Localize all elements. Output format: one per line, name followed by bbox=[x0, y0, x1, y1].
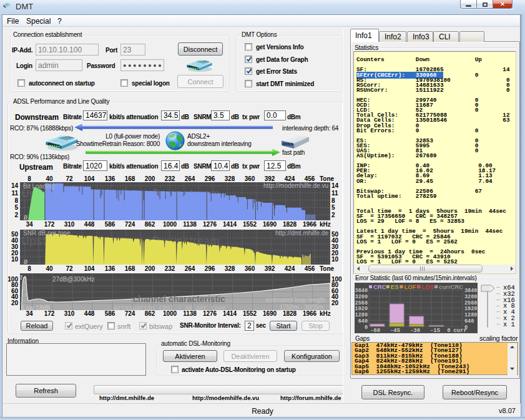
svg-text:27dB@300kHz: 27dB@300kHz bbox=[52, 275, 94, 282]
svg-text:curr: curr bbox=[453, 328, 467, 334]
svg-text:estimated loop length: estimated loop length bbox=[266, 296, 325, 303]
svg-text:http://dmt.mhilfe.de: http://dmt.mhilfe.de bbox=[275, 230, 328, 237]
svg-text:2560: 2560 bbox=[464, 300, 477, 306]
svg-text:Ø: Ø bbox=[20, 274, 22, 281]
svg-text:-30: -30 bbox=[410, 328, 420, 334]
svg-text:SNR dB per tone: SNR dB per tone bbox=[23, 230, 71, 237]
svg-text:3200: 3200 bbox=[464, 294, 477, 300]
svg-text:Low 18dB: Low 18dB bbox=[22, 304, 51, 310]
svg-text:Ø: Ø bbox=[24, 259, 27, 265]
svg-text:LOF: LOF bbox=[405, 283, 416, 290]
svg-text:http://modemhilfe.de.vu: http://modemhilfe.de.vu bbox=[263, 182, 328, 189]
svg-text:0: 0 bbox=[365, 325, 368, 331]
svg-text:ES: ES bbox=[391, 283, 399, 290]
svg-text:attenuation (DS) ¦ dB per to: attenuation (DS) ¦ dB per tone bbox=[114, 305, 226, 310]
svg-text:3840: 3840 bbox=[355, 288, 368, 294]
svg-text:-15: -15 bbox=[430, 328, 440, 334]
svg-text:640: 640 bbox=[464, 318, 474, 325]
svg-text:0: 0 bbox=[447, 328, 450, 334]
svg-text:3200: 3200 bbox=[355, 294, 368, 300]
svg-text:channel characteristic: channel characteristic bbox=[133, 293, 225, 303]
svg-text:currCRC: currCRC bbox=[439, 283, 463, 290]
svg-text:CRC: CRC bbox=[373, 283, 386, 290]
svg-text:Ø: Ø bbox=[24, 215, 27, 221]
svg-text:LOS: LOS bbox=[421, 283, 434, 290]
svg-text:Bit Loading: Bit Loading bbox=[23, 183, 54, 190]
svg-text:1280: 1280 bbox=[464, 312, 477, 318]
svg-text:3840: 3840 bbox=[464, 288, 477, 294]
svg-text:1920: 1920 bbox=[464, 306, 477, 312]
svg-text:1758m - 3955m: 1758m - 3955m bbox=[280, 303, 323, 310]
svg-text:640: 640 bbox=[358, 318, 368, 325]
svg-text:1920: 1920 bbox=[355, 306, 368, 312]
svg-text:-45: -45 bbox=[390, 328, 400, 334]
svg-text:2560: 2560 bbox=[355, 300, 368, 306]
svg-text:1280: 1280 bbox=[355, 312, 368, 318]
svg-text:-60: -60 bbox=[370, 328, 380, 334]
